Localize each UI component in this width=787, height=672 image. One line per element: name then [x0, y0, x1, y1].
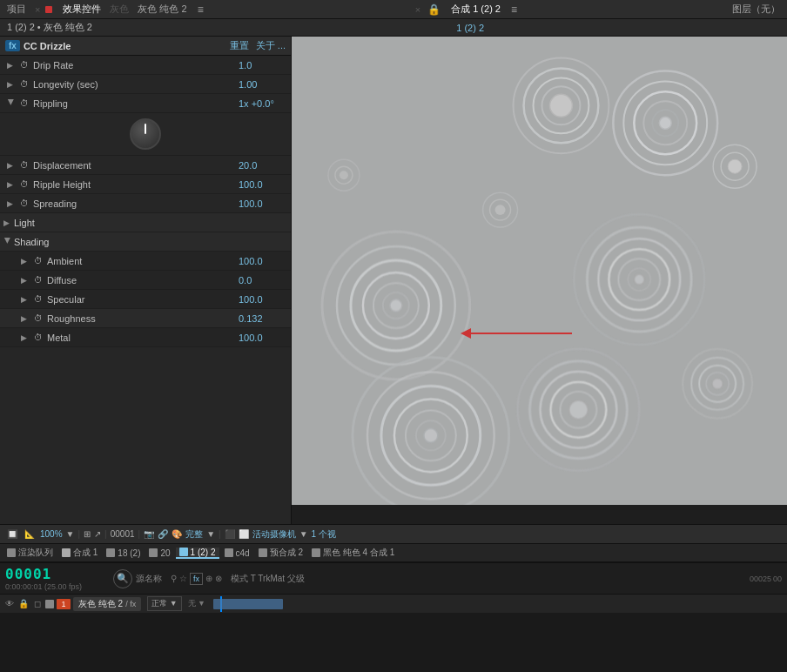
zoom-level[interactable]: 100% [40, 529, 63, 539]
metal-value[interactable]: 100.0 [235, 333, 287, 343]
camera-label[interactable]: 活动摄像机 [252, 528, 296, 541]
comp-tab-label[interactable]: 1 (2) 2 [454, 23, 486, 33]
parent-label: 父级 [287, 573, 305, 585]
stopwatch-ambient[interactable]: ⏱ [33, 256, 44, 265]
diffuse-value[interactable]: 0.0 [235, 275, 287, 286]
quality-label[interactable]: 完整 [185, 528, 203, 541]
fps-display: 0:00:00:01 (25.00 fps) [5, 582, 110, 591]
stopwatch-rippling[interactable]: ⏱ [19, 98, 30, 108]
tab-black-solid[interactable]: 黑色 纯色 4 合成 1 [308, 547, 398, 559]
fx-badge: fx [5, 40, 20, 51]
expand-ripple-height[interactable]: ▶ [7, 180, 16, 189]
rippling-value[interactable]: 1x +0.0° [235, 98, 287, 109]
stopwatch-diffuse[interactable]: ⏱ [33, 275, 44, 285]
spreading-label: Spreading [33, 198, 232, 209]
expand-drip-rate[interactable]: ▶ [7, 61, 16, 70]
tab-active-label: 1 (2) 2 [191, 548, 216, 557]
tab-precomp[interactable]: 预合成 2 [255, 547, 306, 559]
search-button[interactable]: 🔍 [113, 569, 132, 588]
tab-layer-view[interactable]: 图层（无） [729, 3, 784, 16]
tab-1-2-2[interactable]: 1 (2) 2 [176, 548, 219, 559]
zoom-dropdown-icon[interactable]: ▼ [66, 529, 75, 539]
dial-container [0, 113, 291, 156]
layer-collapse-icon[interactable]: ◻ [31, 599, 44, 608]
rippling-dial[interactable] [130, 118, 161, 150]
lock-icon: 🔒 [426, 3, 442, 16]
expand-spreading[interactable]: ▶ [7, 199, 16, 208]
mode-dropdown[interactable]: 正常 ▼ [147, 596, 181, 611]
views-label[interactable]: 1 个视 [312, 528, 336, 541]
stopwatch-longevity[interactable]: ⏱ [19, 79, 30, 89]
expand-displacement[interactable]: ▶ [7, 161, 16, 170]
tab-color-active [179, 548, 188, 556]
tab-layer[interactable]: 灰色 纯色 2 [134, 3, 190, 16]
stopwatch-drip-rate[interactable]: ⏱ [19, 60, 30, 70]
comp-menu-icon[interactable]: ≡ [509, 3, 519, 16]
section-shading[interactable]: ▶ Shading [0, 232, 291, 252]
ripple-height-value[interactable]: 100.0 [235, 179, 287, 190]
expand-longevity[interactable]: ▶ [7, 80, 16, 89]
stopwatch-displacement[interactable]: ⏱ [19, 160, 30, 170]
stopwatch-roughness[interactable]: ⏱ [33, 313, 44, 323]
expand-roughness[interactable]: ▶ [21, 314, 30, 323]
param-ripple-height: ▶ ⏱ Ripple Height 100.0 [0, 175, 291, 194]
quality-dropdown[interactable]: ▼ [206, 529, 215, 539]
reset-button[interactable]: 重置 [230, 39, 249, 52]
ambient-label: Ambient [47, 256, 232, 266]
expand-light[interactable]: ▶ [3, 218, 12, 227]
tab-effects[interactable]: 效果控件 [59, 3, 104, 16]
displacement-label: Displacement [33, 160, 232, 171]
expand-shading[interactable]: ▶ [3, 238, 12, 246]
expand-diffuse[interactable]: ▶ [21, 276, 30, 285]
timecode-display[interactable]: 00001 [5, 566, 110, 582]
tab-project[interactable]: 项目 [3, 3, 30, 16]
drip-rate-value[interactable]: 1.0 [235, 60, 287, 71]
svg-point-28 [634, 274, 644, 285]
camera-dropdown[interactable]: ▼ [299, 529, 308, 539]
tab-20[interactable]: 20 [145, 548, 173, 558]
layer-visibility-icon[interactable]: 👁 [3, 599, 16, 608]
longevity-value[interactable]: 1.00 [235, 79, 287, 90]
roughness-value[interactable]: 0.132 [235, 313, 287, 324]
spreading-value[interactable]: 100.0 [235, 198, 287, 209]
tab-18[interactable]: 18 (2) [103, 548, 144, 558]
section-light[interactable]: ▶ Light [0, 213, 291, 232]
preview-icon-1: 🔲 [5, 529, 19, 539]
layer-lock-icon[interactable]: 🔒 [17, 599, 30, 608]
svg-point-52 [340, 171, 348, 179]
preview-icon-5: 🔗 [158, 529, 168, 539]
tab-comp1[interactable]: 合成 1 [58, 547, 101, 559]
param-longevity: ▶ ⏱ Longevity (sec) 1.00 [0, 75, 291, 94]
stopwatch-metal[interactable]: ⏱ [33, 333, 44, 342]
expand-metal[interactable]: ▶ [21, 333, 30, 342]
no-switch: 无 ▼ [188, 598, 205, 609]
ripple-canvas [292, 37, 787, 505]
layer-name-tag[interactable]: 灰色 纯色 2 / fx [73, 597, 141, 611]
tab-color-render [7, 548, 16, 557]
expand-rippling[interactable]: ▶ [7, 99, 16, 108]
tab-18-label: 18 (2) [118, 548, 140, 558]
expand-ambient[interactable]: ▶ [21, 257, 30, 265]
parent-icon: ⚲ [171, 574, 177, 583]
svg-point-21 [390, 299, 402, 312]
layer-fx-icon: / fx [125, 600, 136, 608]
specular-value[interactable]: 100.0 [235, 294, 287, 305]
effects-menu-icon[interactable]: ≡ [196, 3, 205, 16]
expand-specular[interactable]: ▶ [21, 295, 30, 304]
stopwatch-ripple-height[interactable]: ⏱ [19, 179, 30, 189]
tab-c4d[interactable]: c4d [221, 548, 253, 558]
tab-comp1-label: 合成 1 [73, 547, 98, 559]
tab-render-queue[interactable]: 渲染队列 [3, 547, 57, 559]
ambient-value[interactable]: 100.0 [235, 256, 287, 266]
top-bar: 项目 × 效果控件 灰色 灰色 纯色 2 ≡ × 🔒 合成 1 (2) 2 ≡ … [0, 0, 787, 19]
fx-control[interactable]: fx [190, 573, 203, 585]
svg-point-14 [728, 159, 742, 173]
effect-name: CC Drizzle [24, 41, 226, 51]
tab-comp[interactable]: 合成 1 (2) 2 [447, 3, 504, 16]
displacement-value[interactable]: 20.0 [235, 160, 287, 171]
effects-header: fx CC Drizzle 重置 关于 ... [0, 37, 291, 56]
about-button[interactable]: 关于 ... [256, 39, 286, 52]
stopwatch-specular[interactable]: ⏱ [33, 294, 44, 304]
preview-icon-6: 🎨 [172, 529, 182, 539]
stopwatch-spreading[interactable]: ⏱ [19, 198, 30, 208]
